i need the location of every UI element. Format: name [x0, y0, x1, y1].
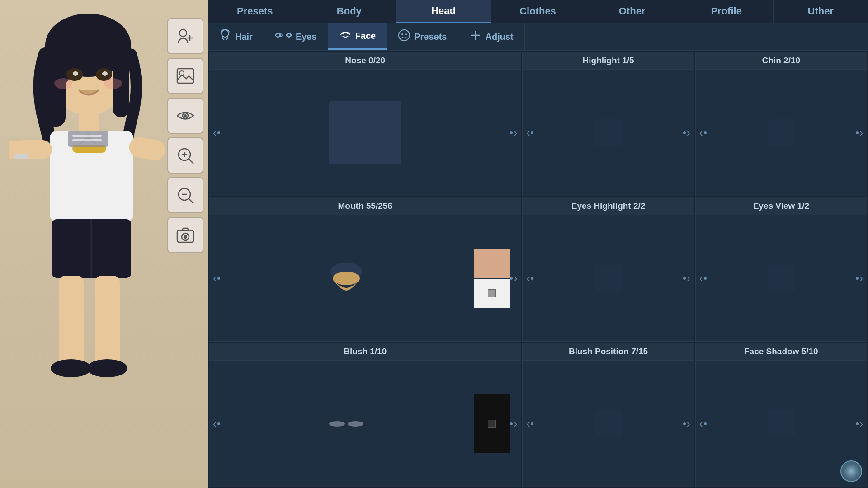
mouth-right-arrow: › — [514, 272, 517, 285]
blush-left-arrow: ‹ — [213, 418, 217, 430]
highlight-prev-button[interactable]: ‹ — [526, 127, 533, 139]
blush-right-arrow: › — [514, 418, 517, 430]
blush-next-button[interactable]: › — [510, 418, 517, 430]
nose-left-arrow: ‹ — [213, 127, 217, 139]
zoom-out-button[interactable] — [167, 177, 203, 213]
tab-presets[interactable]: Presets — [208, 0, 302, 23]
character-svg — [9, 0, 172, 443]
eyes-highlight-left-arrow: ‹ — [526, 272, 530, 285]
blush-position-next-button[interactable]: › — [683, 418, 690, 430]
chin-left-arrow: ‹ — [699, 127, 703, 139]
face-shadow-cell: Face Shadow 5/10 ‹ › — [695, 343, 867, 487]
face-shadow-prev-button[interactable]: ‹ — [699, 418, 707, 430]
eyes-view-next-button[interactable]: › — [856, 272, 863, 285]
mouth-color-top — [474, 249, 510, 278]
eyes-highlight-preview-box — [595, 265, 622, 292]
chin-next-button[interactable]: › — [856, 127, 863, 139]
blush-body: ‹ › — [209, 361, 521, 487]
character-preview-panel — [0, 0, 208, 488]
eyes-view-prev-button[interactable]: ‹ — [699, 272, 707, 285]
nose-cell: Nose 0/20 ‹ › — [209, 52, 521, 196]
tab-head[interactable]: Head — [396, 0, 491, 23]
eyes-view-preview — [707, 260, 856, 296]
subtab-hair[interactable]: Hair — [208, 23, 264, 50]
background-button[interactable] — [167, 58, 203, 94]
nose-preview-box — [329, 101, 401, 164]
eyes-highlight-next-button[interactable]: › — [683, 272, 690, 285]
image-icon — [176, 68, 194, 84]
blush-position-preview-box — [595, 410, 622, 437]
subtab-adjust[interactable]: Adjust — [458, 23, 525, 50]
mouth-cell: Mouth 55/256 ‹ — [209, 197, 521, 342]
top-navigation: Presets Body Head Clothes Other Profile … — [208, 0, 868, 23]
highlight-right-dot — [683, 131, 686, 134]
blush-position-right-dot — [683, 422, 686, 425]
chin-body: ‹ › — [696, 70, 867, 196]
zoom-in-icon — [176, 146, 194, 164]
mouth-color-swatch[interactable] — [474, 249, 510, 308]
subtab-eyes-label: Eyes — [296, 32, 317, 42]
eyes-view-left-arrow: ‹ — [699, 272, 703, 285]
blush-prev-button[interactable]: ‹ — [213, 418, 220, 430]
tab-uther[interactable]: Uther — [774, 0, 868, 23]
face-shadow-left-arrow: ‹ — [699, 418, 703, 430]
eyes-highlight-header: Eyes Highlight 2/2 — [523, 197, 693, 215]
blush-position-header: Blush Position 7/15 — [523, 343, 693, 361]
nose-preview — [220, 101, 510, 164]
tab-body[interactable]: Body — [302, 0, 397, 23]
subtab-hair-label: Hair — [235, 32, 253, 42]
eyes-highlight-prev-button[interactable]: ‹ — [526, 272, 533, 285]
face-icon — [339, 30, 352, 42]
tab-clothes[interactable]: Clothes — [491, 0, 585, 23]
nose-right-arrow: › — [514, 127, 517, 139]
blush-position-prev-button[interactable]: ‹ — [526, 418, 533, 430]
svg-point-50 — [342, 33, 344, 34]
mouth-right-dot — [510, 277, 513, 280]
tab-profile[interactable]: Profile — [679, 0, 774, 23]
chin-header: Chin 2/10 — [696, 52, 867, 70]
highlight-right-arrow: › — [687, 127, 690, 139]
blush-swatch-square — [488, 420, 496, 428]
eyes-view-right-arrow: › — [859, 272, 863, 285]
svg-rect-13 — [79, 111, 99, 133]
svg-point-53 — [401, 33, 403, 35]
subtab-face[interactable]: Face — [328, 23, 387, 50]
eyes-view-body: ‹ › — [696, 215, 867, 341]
svg-point-30 — [179, 29, 187, 37]
scroll-indicator[interactable] — [840, 460, 862, 482]
face-shadow-body: ‹ › — [696, 361, 867, 487]
svg-rect-33 — [177, 69, 193, 83]
blush-cell: Blush 1/10 ‹ › — [209, 343, 521, 487]
svg-point-27 — [51, 359, 91, 377]
subtab-presets[interactable]: Presets — [387, 23, 458, 50]
svg-point-9 — [73, 71, 78, 76]
nose-body: ‹ › — [209, 70, 521, 196]
visibility-toggle-button[interactable] — [167, 98, 203, 134]
chin-preview-box — [768, 119, 795, 146]
face-shadow-preview-box — [768, 410, 795, 437]
nose-prev-button[interactable]: ‹ — [213, 127, 220, 139]
nose-header: Nose 0/20 — [209, 52, 521, 70]
subtab-eyes[interactable]: Eyes — [264, 23, 328, 50]
mouth-next-button[interactable]: › — [510, 272, 517, 285]
mouth-prev-button[interactable]: ‹ — [213, 272, 220, 285]
highlight-next-button[interactable]: › — [683, 127, 690, 139]
blush-color-swatch[interactable] — [474, 394, 510, 453]
tab-other[interactable]: Other — [585, 0, 679, 23]
hair-svg-icon — [219, 29, 231, 42]
nose-right-dot — [510, 131, 513, 134]
mouth-body: ‹ › — [209, 215, 521, 341]
svg-point-12 — [104, 78, 122, 89]
feature-grid: Nose 0/20 ‹ › Highlight 1/5 ‹ — [208, 51, 868, 488]
eyes-icon — [275, 31, 292, 42]
face-shadow-next-button[interactable]: › — [856, 418, 863, 430]
zoom-in-button[interactable] — [167, 137, 203, 174]
face-svg-icon — [339, 30, 352, 40]
eyes-view-right-dot — [856, 277, 859, 280]
mouth-preview — [220, 258, 472, 299]
camera-button[interactable] — [167, 217, 203, 253]
add-character-button[interactable] — [167, 18, 203, 54]
chin-prev-button[interactable]: ‹ — [699, 127, 707, 139]
nose-next-button[interactable]: › — [510, 127, 517, 139]
svg-rect-25 — [59, 276, 84, 366]
